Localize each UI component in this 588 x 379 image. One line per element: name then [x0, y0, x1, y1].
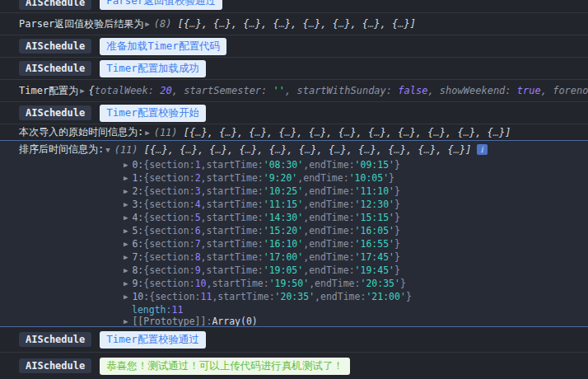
devtools-console: AIScheduleParser返回值校验通过Parser返回值校验后结果为 ▶… — [0, 0, 588, 379]
token: : — [343, 172, 349, 184]
token: section — [149, 238, 189, 250]
token: : — [189, 238, 195, 250]
expand-triangle-icon[interactable]: ▶ — [145, 129, 149, 137]
token: } — [394, 238, 400, 250]
token: } — [374, 18, 380, 30]
token: { — [303, 18, 309, 30]
token: 11 — [201, 291, 212, 302]
token: startWithSunday — [296, 85, 385, 96]
token: , — [317, 144, 329, 156]
expand-triangle-icon[interactable]: ▶ — [124, 317, 128, 325]
token: '19:50' — [269, 278, 309, 289]
token: } — [350, 127, 356, 138]
token: : — [349, 251, 355, 263]
token: { — [143, 185, 149, 197]
log-label: Parser返回值校验后结果为 — [19, 17, 143, 31]
token: '' — [273, 85, 285, 96]
info-icon[interactable]: i — [477, 144, 488, 155]
expand-triangle-icon[interactable]: ▶ — [124, 174, 128, 182]
expand-triangle-icon[interactable]: ▶ — [145, 20, 149, 28]
token: : — [349, 264, 355, 276]
token: … — [404, 127, 409, 138]
token: } — [394, 199, 400, 210]
token: 5 — [195, 212, 201, 223]
expand-triangle-icon[interactable]: ▶ — [124, 227, 128, 235]
token: } — [226, 18, 231, 30]
array-item-row: ▶7: {section: 8, startTime: '17:00', end… — [0, 250, 588, 264]
token: { — [143, 225, 149, 236]
token: } — [394, 159, 400, 171]
token: : — [360, 291, 366, 302]
token: } — [285, 18, 291, 30]
token: , — [446, 127, 457, 138]
expand-triangle-icon[interactable]: ▶ — [124, 213, 128, 222]
token: , — [475, 127, 487, 138]
expand-triangle-icon[interactable]: ▶ — [124, 279, 128, 288]
token: … — [225, 127, 231, 138]
token: , — [357, 127, 368, 138]
array-prototype-row: ▶[[Prototype]]: Array(0) — [0, 316, 588, 326]
token: } — [400, 144, 406, 156]
array-index: 2: — [132, 185, 143, 197]
token: startTime — [207, 185, 258, 197]
token: endTime — [309, 199, 348, 210]
token: : — [189, 264, 195, 276]
token: showWeekend — [440, 85, 505, 96]
message-badge: 准备加载Timer配置代码 — [100, 38, 226, 55]
token: , — [212, 291, 217, 302]
expand-triangle-icon[interactable]: ▶ — [124, 292, 128, 301]
token: , — [168, 144, 180, 156]
token: , — [309, 278, 315, 289]
token: : — [386, 85, 398, 96]
collapse-triangle-icon[interactable]: ▼ — [105, 146, 110, 154]
token: 3 — [195, 185, 201, 197]
expand-triangle-icon[interactable]: ▶ — [124, 200, 128, 208]
token: } — [400, 278, 406, 289]
token: { — [273, 18, 278, 30]
token: , — [201, 185, 207, 197]
token: , — [386, 127, 398, 138]
source-badge: AISchedule — [19, 358, 91, 373]
token: '16:55' — [355, 238, 394, 250]
token: , — [231, 18, 243, 30]
token: : — [189, 172, 195, 184]
token: : — [258, 159, 264, 171]
token: ] — [505, 127, 511, 138]
token: , — [326, 127, 338, 138]
prototype-value: Array(0) — [212, 316, 257, 327]
expand-triangle-icon[interactable]: ▶ — [124, 240, 128, 248]
array-item-row: ▶10: {section: 11, startTime: '20:35', e… — [0, 290, 588, 303]
token: , — [303, 251, 309, 263]
token: '19:45' — [355, 264, 394, 276]
token: … — [493, 127, 499, 138]
array-index: 3: — [132, 199, 143, 210]
token: , — [201, 172, 207, 184]
array-index: 5: — [132, 225, 143, 236]
expand-triangle-icon[interactable]: ▶ — [124, 161, 128, 169]
token: , — [201, 238, 207, 250]
token: '09:15' — [355, 159, 394, 171]
token: endTime — [309, 238, 348, 250]
token: 2 — [195, 172, 201, 184]
token: , — [303, 264, 309, 276]
expand-triangle-icon[interactable]: ▶ — [124, 187, 128, 195]
token: : — [349, 225, 355, 236]
token: , — [208, 127, 219, 138]
expand-triangle-icon[interactable]: ▶ — [80, 87, 84, 95]
token: totalWeek — [95, 85, 148, 96]
token: { — [269, 144, 275, 156]
token: { — [143, 251, 149, 263]
token: , — [320, 18, 332, 30]
token: endTime — [309, 212, 348, 223]
token: , — [376, 144, 388, 156]
token: startTime — [207, 199, 258, 210]
array-preview: (8) [{…}, {…}, {…}, {…}, {…}, {…}, {…}, … — [154, 18, 416, 30]
expand-triangle-icon[interactable]: ▶ — [124, 266, 128, 274]
token: : — [258, 185, 264, 197]
expand-triangle-icon[interactable]: ▶ — [124, 253, 128, 261]
token: : — [264, 278, 269, 289]
token: , — [202, 18, 213, 30]
token: } — [195, 18, 201, 30]
token: { — [448, 144, 454, 156]
token: section — [149, 225, 189, 236]
